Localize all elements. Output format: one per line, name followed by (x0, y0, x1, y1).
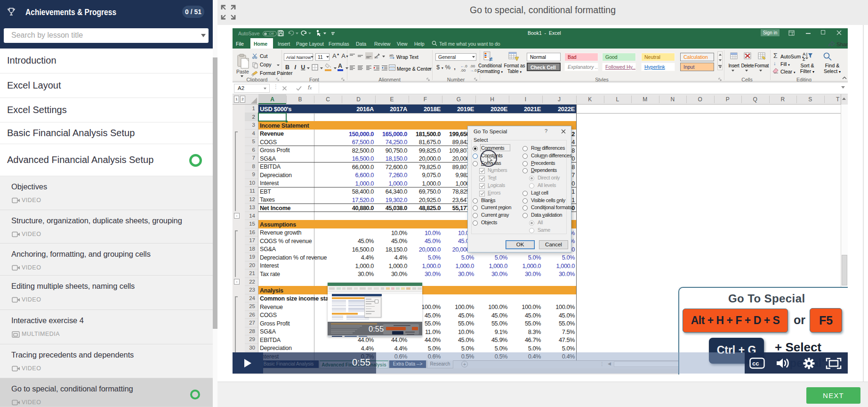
svg-text:cc: cc (752, 360, 759, 367)
svg-text:A: A (803, 52, 806, 57)
svg-text:Z: Z (803, 57, 805, 62)
svg-text:ab: ab (374, 56, 378, 59)
svg-text:≠: ≠ (489, 56, 493, 62)
svg-text:ab: ab (389, 53, 394, 57)
